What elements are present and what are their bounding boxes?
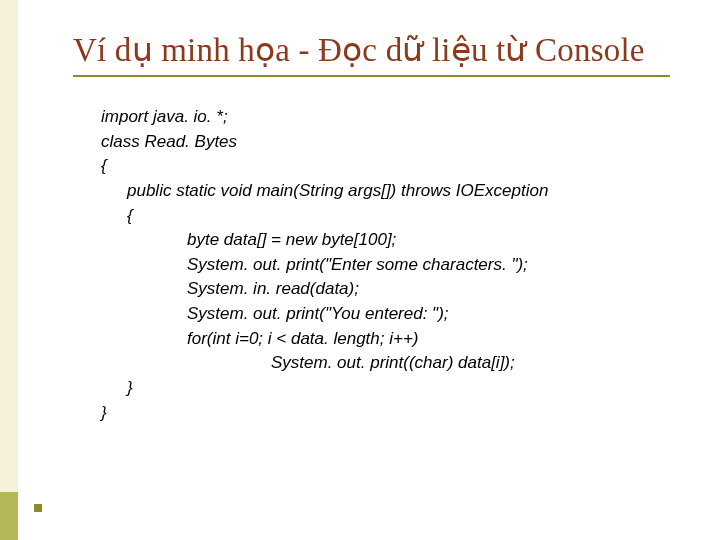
code-line: System. out. print((char) data[i]); (101, 351, 670, 376)
accent-bar (0, 492, 18, 540)
code-line: public static void main(String args[]) t… (101, 179, 670, 204)
slide-container: Ví dụ minh họa - Đọc dữ liệu từ Console … (0, 0, 720, 540)
slide-title: Ví dụ minh họa - Đọc dữ liệu từ Console (73, 30, 670, 69)
code-block: import java. io. *; class Read. Bytes { … (101, 105, 670, 425)
bullet-icon (34, 504, 42, 512)
code-line: byte data[] = new byte[100]; (101, 228, 670, 253)
code-line: System. out. print("You entered: "); (101, 302, 670, 327)
code-line: } (101, 376, 670, 401)
code-line: import java. io. *; (101, 105, 670, 130)
code-line: { (101, 154, 670, 179)
code-line: System. in. read(data); (101, 277, 670, 302)
code-line: for(int i=0; i < data. length; i++) (101, 327, 670, 352)
code-line: { (101, 204, 670, 229)
title-underline (73, 75, 670, 77)
code-line: System. out. print("Enter some character… (101, 253, 670, 278)
code-line: class Read. Bytes (101, 130, 670, 155)
code-line: } (101, 401, 670, 426)
